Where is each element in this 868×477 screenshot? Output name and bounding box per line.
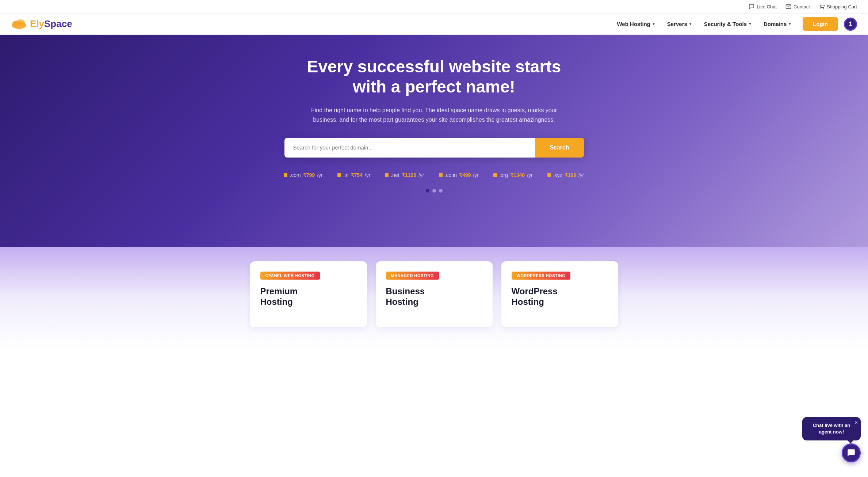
domain-price-in: .in ₹754 /yr (337, 172, 371, 178)
nav-security-tools-arrow: ▼ (748, 22, 752, 26)
domain-price-xyz: .xyz ₹199 /yr (547, 172, 584, 178)
top-bar: Live Chat Contact Shopping Cart (0, 0, 868, 14)
contact-link[interactable]: Contact (785, 4, 810, 10)
domain-period-xyz: /yr (578, 172, 584, 178)
mail-icon (785, 4, 791, 10)
login-button[interactable]: Login (803, 17, 838, 31)
domain-ext-net: .net (391, 172, 399, 178)
cart-count-badge[interactable]: 1 (844, 18, 857, 31)
svg-point-2 (823, 8, 824, 9)
nav-links: Web Hosting ▼ Servers ▼ Security & Tools… (612, 17, 857, 31)
domain-price-co-in: .co.in ₹499 /yr (439, 172, 479, 178)
domain-dot-net (385, 173, 389, 177)
domain-dot-com (284, 173, 287, 177)
domain-dot-in (337, 173, 341, 177)
domain-amount-com: ₹799 (303, 172, 315, 178)
contact-label: Contact (794, 4, 810, 10)
logo-text: ElySpace (30, 18, 72, 30)
hosting-section: CPANEL WEB HOSTING Premium Hosting MANAG… (0, 247, 868, 349)
nav-servers-arrow: ▼ (689, 22, 692, 26)
domain-ext-in: .in (343, 172, 349, 178)
hero-subtext: Find the right name to help people find … (303, 106, 566, 124)
carousel-dot-1[interactable] (426, 189, 429, 193)
carousel-dot-3[interactable] (439, 189, 443, 193)
domain-dot-xyz (547, 173, 551, 177)
domain-dot-co-in (439, 173, 443, 177)
badge-cpanel: CPANEL WEB HOSTING (260, 272, 320, 280)
domain-amount-org: ₹1340 (510, 172, 525, 178)
domain-ext-com: .com (290, 172, 301, 178)
hosting-card-managed: MANAGED HOSTING Business Hosting (376, 261, 493, 327)
domain-amount-xyz: ₹199 (565, 172, 576, 178)
svg-point-5 (16, 19, 25, 25)
nav-web-hosting-arrow: ▼ (652, 22, 655, 26)
domain-price-net: .net ₹1120 /yr (385, 172, 424, 178)
shopping-cart-link[interactable]: Shopping Cart (819, 4, 857, 10)
domain-dot-org (493, 173, 497, 177)
domain-search-input[interactable] (284, 138, 535, 158)
nav-web-hosting[interactable]: Web Hosting ▼ (612, 18, 659, 30)
domain-prices-list: .com ₹799 /yr .in ₹754 /yr .net ₹1120 /y… (7, 172, 861, 178)
hosting-card-wordpress: WORDPRESS HOSTING WordPress Hosting (501, 261, 618, 327)
hero-section: Every successful website starts with a p… (0, 35, 868, 247)
card-title-cpanel: Premium Hosting (260, 286, 357, 307)
carousel-dot-2[interactable] (432, 189, 436, 193)
chat-icon (749, 4, 754, 10)
domain-period-in: /yr (365, 172, 371, 178)
live-chat-link[interactable]: Live Chat (749, 4, 777, 10)
domain-period-co-in: /yr (473, 172, 479, 178)
nav-domains[interactable]: Domains ▼ (759, 18, 796, 30)
domain-amount-net: ₹1120 (402, 172, 416, 178)
domain-ext-xyz: .xyz (553, 172, 562, 178)
domain-price-com: .com ₹799 /yr (284, 172, 322, 178)
navbar: ElySpace Web Hosting ▼ Servers ▼ Securit… (0, 14, 868, 35)
domain-ext-org: .org (499, 172, 508, 178)
domain-price-org: .org ₹1340 /yr (493, 172, 533, 178)
hosting-card-cpanel: CPANEL WEB HOSTING Premium Hosting (250, 261, 367, 327)
domain-ext-co-in: .co.in (445, 172, 457, 178)
card-title-managed: Business Hosting (386, 286, 482, 307)
domain-amount-in: ₹754 (351, 172, 363, 178)
carousel-dots (7, 189, 861, 193)
domain-search-bar: Search (284, 138, 584, 158)
domain-period-net: /yr (418, 172, 424, 178)
live-chat-label: Live Chat (757, 4, 777, 10)
logo-icon (11, 18, 27, 30)
domain-period-com: /yr (317, 172, 323, 178)
domain-period-org: /yr (527, 172, 533, 178)
cart-icon (819, 4, 825, 10)
shopping-cart-label: Shopping Cart (827, 4, 857, 10)
badge-managed: MANAGED HOSTING (386, 272, 439, 280)
nav-security-tools[interactable]: Security & Tools ▼ (700, 18, 756, 30)
svg-point-1 (821, 8, 821, 9)
card-title-wordpress: WordPress Hosting (512, 286, 608, 307)
logo[interactable]: ElySpace (11, 18, 72, 30)
hero-heading: Every successful website starts with a p… (288, 57, 580, 97)
nav-servers[interactable]: Servers ▼ (663, 18, 697, 30)
domain-amount-co-in: ₹499 (459, 172, 471, 178)
domain-search-button[interactable]: Search (535, 138, 584, 158)
badge-wordpress: WORDPRESS HOSTING (512, 272, 571, 280)
hosting-cards-container: CPANEL WEB HOSTING Premium Hosting MANAG… (15, 261, 853, 327)
nav-domains-arrow: ▼ (788, 22, 792, 26)
